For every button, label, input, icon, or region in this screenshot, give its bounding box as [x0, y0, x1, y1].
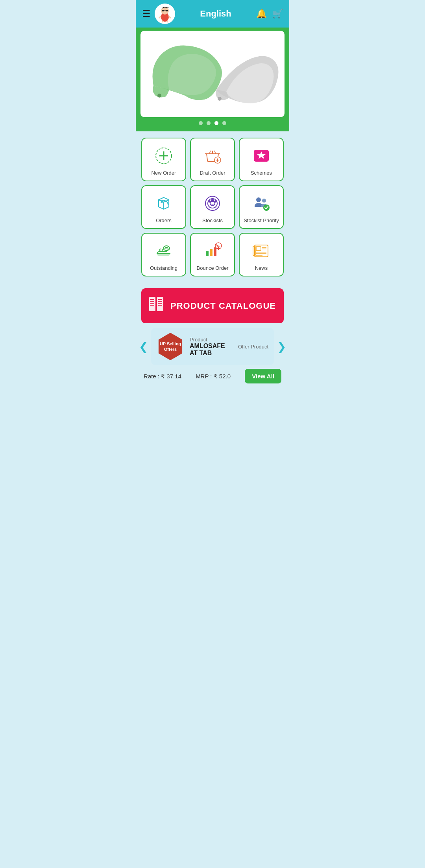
svg-rect-34 [206, 251, 209, 256]
product-catalogue-button[interactable]: PRODUCT CATALOGUE [141, 288, 284, 323]
banner-dot-4[interactable] [222, 121, 226, 125]
banner-dots [140, 121, 285, 125]
banner-dot-3[interactable] [214, 121, 218, 125]
cart-icon[interactable]: 🛒 [272, 9, 283, 19]
outstanding-icon: $ [153, 240, 175, 262]
offer-badge: UP Selling Offers [157, 333, 184, 360]
outstanding-label: Outstanding [150, 265, 177, 271]
svg-line-6 [167, 21, 168, 22]
orders-icon [153, 192, 175, 214]
svg-line-8 [169, 16, 171, 18]
stockists-icon [201, 192, 224, 214]
svg-line-5 [162, 21, 163, 22]
svg-point-24 [208, 200, 211, 203]
header-icons: 🔔 🛒 [256, 9, 283, 19]
banner-dot-1[interactable] [199, 121, 203, 125]
new-order-label: New Order [152, 170, 176, 176]
svg-rect-36 [214, 247, 216, 256]
svg-point-10 [218, 97, 222, 101]
draft-order-label: Draft Order [200, 170, 225, 176]
rate-row: Rate : ₹ 37.14 MRP : ₹ 52.0 View All [136, 365, 289, 385]
svg-point-25 [214, 200, 217, 203]
news-button[interactable]: News [239, 233, 284, 276]
stockist-priority-label: Stockist Priority [244, 217, 279, 223]
notification-icon[interactable]: 🔔 [256, 9, 267, 19]
new-order-button[interactable]: New Order [141, 138, 186, 181]
svg-point-9 [157, 94, 161, 98]
outstanding-button[interactable]: $ Outstanding [141, 233, 186, 276]
offer-card: UP Selling Offers Product AMLOSAFE AT TA… [151, 328, 274, 365]
banner-section [136, 28, 289, 131]
svg-text:$: $ [165, 247, 167, 250]
svg-point-23 [211, 199, 214, 202]
orders-label: Orders [156, 217, 172, 223]
offer-type-label: Product [190, 337, 226, 343]
dental-tray-svg [146, 35, 279, 113]
rate-text: Rate : ₹ 37.14 [144, 373, 181, 380]
offer-right: Offer Product [232, 344, 268, 350]
banner-image [140, 31, 285, 117]
new-order-icon [153, 145, 175, 167]
offer-product-name: AMLOSAFE AT TAB [190, 343, 226, 357]
stockists-button[interactable]: Stockists [190, 185, 235, 229]
grid-row-3: $ Outstanding [141, 233, 284, 276]
app-header: ☰ English [136, 0, 289, 28]
draft-order-icon [201, 145, 224, 167]
mascot-icon [156, 5, 174, 22]
header-left: ☰ [142, 4, 175, 24]
svg-rect-35 [210, 249, 213, 256]
news-icon [250, 240, 272, 262]
news-label: News [255, 265, 268, 271]
menu-grid: New Order Draft Order [136, 131, 289, 287]
offer-details: Product AMLOSAFE AT TAB [190, 337, 226, 357]
catalogue-icon [148, 295, 165, 316]
logo [155, 4, 175, 24]
svg-point-27 [262, 199, 266, 203]
catalogue-svg [148, 295, 165, 313]
svg-rect-3 [166, 10, 168, 11]
bounce-order-button[interactable]: % Bounce Order [190, 233, 235, 276]
svg-point-26 [256, 197, 261, 202]
prev-offer-button[interactable]: ❮ [136, 340, 151, 353]
offers-nav: ❮ UP Selling Offers Product AMLOSAFE AT … [136, 328, 289, 365]
mrp-text: MRP : ₹ 52.0 [196, 373, 231, 380]
schemes-icon [250, 145, 272, 167]
bounce-order-label: Bounce Order [197, 265, 229, 271]
stockists-label: Stockists [202, 217, 223, 223]
schemes-button[interactable]: Schemes [239, 138, 284, 181]
header-title: English [175, 9, 256, 19]
banner-dot-2[interactable] [207, 121, 211, 125]
schemes-label: Schemes [251, 170, 272, 176]
next-offer-button[interactable]: ❯ [274, 340, 289, 353]
view-all-button[interactable]: View All [245, 369, 281, 383]
grid-row-2: Orders Stockists [141, 185, 284, 229]
grid-row-1: New Order Draft Order [141, 138, 284, 181]
svg-rect-41 [256, 247, 261, 251]
bounce-order-icon: % [201, 240, 224, 262]
svg-point-28 [263, 205, 270, 211]
offers-section: ❮ UP Selling Offers Product AMLOSAFE AT … [136, 328, 289, 391]
catalogue-text: PRODUCT CATALOGUE [170, 301, 276, 311]
offer-badge-line1: UP Selling [160, 341, 181, 346]
svg-rect-2 [162, 10, 164, 11]
stockist-priority-button[interactable]: Stockist Priority [239, 185, 284, 229]
svg-line-7 [159, 16, 161, 18]
orders-button[interactable]: Orders [141, 185, 186, 229]
draft-order-button[interactable]: Draft Order [190, 138, 235, 181]
offer-product-label: Offer Product [232, 344, 268, 350]
stockist-priority-icon [250, 192, 272, 214]
offer-badge-line2: Offers [164, 346, 177, 352]
svg-text:%: % [217, 245, 220, 248]
hamburger-menu[interactable]: ☰ [142, 9, 151, 18]
